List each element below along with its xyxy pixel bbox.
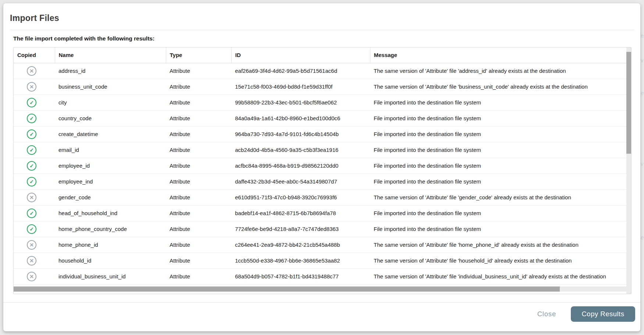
file-id-cell: acfbc84a-8995-468a-b919-d98562120dd0 (231, 158, 370, 174)
file-id-cell: daffe432-2b3d-45ee-ab0c-54a3149807d7 (231, 174, 370, 189)
table-row: ✕ business_unit_code Attribute 15e71c58-… (14, 79, 627, 95)
file-name-cell: individual_business_unit_id (55, 268, 166, 284)
check-circle-icon: ✓ (27, 209, 36, 218)
file-id-cell: 68a504d9-b057-4782-b1f1-bd4319488c77 (231, 268, 370, 284)
file-message-cell: File imported into the destination file … (370, 174, 627, 189)
file-name-cell: create_datetime (55, 126, 166, 142)
import-results-table: Copied Name Type ID Message ✕ address_id… (13, 47, 631, 294)
horizontal-scrollbar[interactable] (14, 286, 627, 292)
file-type-cell: Attribute (166, 221, 231, 237)
check-circle-icon: ✓ (27, 98, 36, 107)
file-type-cell: Attribute (166, 142, 231, 158)
file-type-cell: Attribute (166, 158, 231, 174)
table-row: ✓ employee_id Attribute acfbc84a-8995-46… (14, 158, 627, 174)
dialog-footer: Close Copy Results (537, 306, 635, 322)
vertical-scrollbar[interactable] (626, 47, 631, 294)
table-row: ✓ employee_ind Attribute daffe432-2b3d-4… (14, 174, 627, 189)
file-type-cell: Attribute (166, 110, 231, 126)
table-row: ✕ home_phone_id Attribute c264ee41-2ea9-… (14, 237, 627, 253)
file-name-cell: country_code (55, 110, 166, 126)
file-name-cell: household_id (55, 253, 166, 268)
dialog-title: Import Files (10, 13, 59, 23)
file-type-cell: Attribute (166, 268, 231, 284)
file-type-cell: Attribute (166, 126, 231, 142)
backdrop-text-fragment: v (641, 57, 644, 63)
file-message-cell: File imported into the destination file … (370, 205, 627, 221)
column-header-name: Name (55, 47, 166, 63)
file-message-cell: File imported into the destination file … (370, 110, 627, 126)
results-intro-text: The file import completed with the follo… (13, 35, 154, 42)
file-id-cell: 1ccb550d-e338-4967-bb6e-36865e53aa82 (231, 253, 370, 268)
file-message-cell: The same version of 'Attribute' file 'ge… (370, 189, 627, 205)
backdrop-text-fragment: e (641, 32, 644, 39)
file-message-cell: The same version of 'Attribute' file 'ad… (370, 63, 627, 79)
table-row: ✕ address_id Attribute eaf26a69-3f4d-4d6… (14, 63, 627, 79)
table-row: ✓ email_id Attribute acb24d0d-4b5a-4560-… (14, 142, 627, 158)
table-row: ✓ create_datetime Attribute 964ba730-7d9… (14, 126, 627, 142)
close-button[interactable]: Close (537, 310, 556, 318)
horizontal-scrollbar-thumb[interactable] (14, 286, 560, 292)
file-id-cell: acb24d0d-4b5a-4560-9a35-c5b3f3ea1916 (231, 142, 370, 158)
x-circle-icon: ✕ (27, 256, 36, 265)
file-type-cell: Attribute (166, 63, 231, 79)
file-message-cell: File imported into the destination file … (370, 142, 627, 158)
backdrop-text-fragment: e (641, 90, 644, 96)
file-name-cell: head_of_household_ind (55, 205, 166, 221)
copy-results-button[interactable]: Copy Results (571, 306, 635, 322)
table-row: ✕ gender_code Attribute e610d951-71f3-47… (14, 189, 627, 205)
file-name-cell: email_id (55, 142, 166, 158)
file-message-cell: File imported into the destination file … (370, 126, 627, 142)
file-name-cell: employee_ind (55, 174, 166, 189)
page-background: e v e v e Import Files The file import c… (0, 0, 644, 335)
backdrop-text-fragment: e (641, 234, 644, 240)
file-message-cell: The same version of 'Attribute' file 'in… (370, 268, 627, 284)
check-circle-icon: ✓ (27, 129, 36, 139)
x-circle-icon: ✕ (27, 193, 36, 202)
header-divider (10, 30, 634, 30)
table-row: ✕ individual_business_unit_id Attribute … (14, 268, 627, 284)
file-id-cell: 99b58809-22b3-43ec-b501-6bcf5f6ae062 (231, 95, 370, 110)
file-message-cell: The same version of 'Attribute' file 'bu… (370, 79, 627, 95)
check-circle-icon: ✓ (27, 161, 36, 171)
file-id-cell: 84a0a49a-1a61-42b0-8960-e1bed100d0c6 (231, 110, 370, 126)
file-id-cell: 7724fe6e-be9d-4218-a8a7-7c747ded8363 (231, 221, 370, 237)
file-message-cell: File imported into the destination file … (370, 95, 627, 110)
file-id-cell: 15e71c58-f003-469d-bd8d-f1e59d31ff0f (231, 79, 370, 95)
file-id-cell: eaf26a69-3f4d-4d62-99a5-b5d71561ac6d (231, 63, 370, 79)
table-row: ✓ country_code Attribute 84a0a49a-1a61-4… (14, 110, 627, 126)
table-row: ✕ household_id Attribute 1ccb550d-e338-4… (14, 253, 627, 268)
check-circle-icon: ✓ (27, 177, 36, 186)
file-name-cell: address_id (55, 63, 166, 79)
file-id-cell: badebf14-ea1f-4862-8715-6b7b8694fa78 (231, 205, 370, 221)
file-id-cell: e610d951-71f3-47c0-b948-3920c76993f6 (231, 189, 370, 205)
file-id-cell: 964ba730-7d93-4a7d-9101-fd6c4b14504b (231, 126, 370, 142)
check-circle-icon: ✓ (27, 224, 36, 234)
table-row: ✓ city Attribute 99b58809-22b3-43ec-b501… (14, 95, 627, 110)
vertical-scrollbar-thumb[interactable] (626, 52, 631, 154)
file-name-cell: home_phone_id (55, 237, 166, 253)
file-message-cell: The same version of 'Attribute' file 'ho… (370, 237, 627, 253)
table-header-row: Copied Name Type ID Message (14, 47, 627, 63)
file-type-cell: Attribute (166, 95, 231, 110)
x-circle-icon: ✕ (27, 66, 36, 76)
table-row: ✓ head_of_household_ind Attribute badebf… (14, 205, 627, 221)
file-type-cell: Attribute (166, 174, 231, 189)
check-circle-icon: ✓ (27, 145, 36, 155)
file-id-cell: c264ee41-2ea9-4872-bb42-21cb545a488b (231, 237, 370, 253)
file-message-cell: File imported into the destination file … (370, 221, 627, 237)
check-circle-icon: ✓ (27, 114, 36, 123)
file-type-cell: Attribute (166, 237, 231, 253)
backdrop-text-fragment: v (641, 161, 644, 167)
file-type-cell: Attribute (166, 253, 231, 268)
file-name-cell: employee_id (55, 158, 166, 174)
table-row: ✓ home_phone_country_code Attribute 7724… (14, 221, 627, 237)
column-header-copied: Copied (14, 47, 55, 63)
file-type-cell: Attribute (166, 79, 231, 95)
x-circle-icon: ✕ (27, 240, 36, 250)
file-name-cell: gender_code (55, 189, 166, 205)
file-message-cell: File imported into the destination file … (370, 158, 627, 174)
column-header-id: ID (231, 47, 370, 63)
file-message-cell: The same version of 'Attribute' file 'ho… (370, 253, 627, 268)
file-type-cell: Attribute (166, 205, 231, 221)
column-header-message: Message (370, 47, 627, 63)
